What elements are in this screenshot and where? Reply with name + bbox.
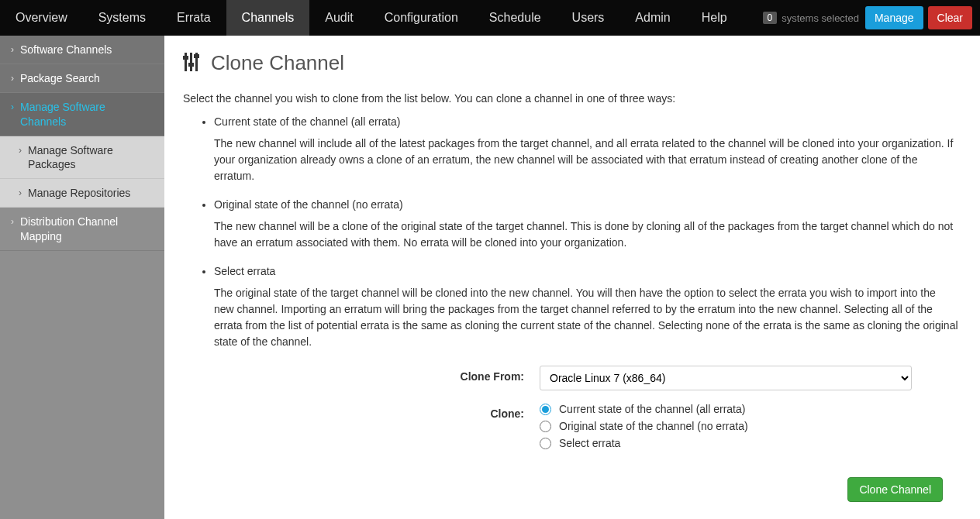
sliders-icon (183, 52, 200, 74)
chevron-right-icon: › (11, 73, 14, 85)
sidebar-item-package-search[interactable]: ›Package Search (0, 64, 164, 93)
chevron-right-icon: › (19, 145, 22, 157)
intro-text: Select the channel you wish to clone fro… (183, 92, 958, 105)
clone-radio-row[interactable]: Select errata (540, 437, 943, 449)
svg-rect-5 (194, 54, 199, 58)
nav-item-users[interactable]: Users (557, 0, 620, 36)
clone-radio-label: Select errata (559, 437, 620, 449)
clone-channel-button[interactable]: Clone Channel (847, 477, 943, 502)
svg-rect-2 (190, 53, 192, 71)
clone-way-title: Current state of the channel (all errata… (214, 115, 958, 128)
nav-item-audit[interactable]: Audit (309, 0, 368, 36)
svg-rect-1 (183, 56, 188, 60)
clone-radio-0[interactable] (540, 404, 551, 415)
chevron-right-icon: › (11, 101, 14, 114)
clone-radio-row[interactable]: Current state of the channel (all errata… (540, 403, 943, 415)
clear-button[interactable]: Clear (928, 6, 972, 29)
clone-from-label: Clone From: (183, 366, 540, 390)
clone-radio-row[interactable]: Original state of the channel (no errata… (540, 420, 943, 432)
sidebar-item-label: Manage Repositories (28, 186, 130, 200)
chevron-right-icon: › (11, 216, 14, 229)
sidebar-item-label: Software Channels (20, 43, 112, 57)
clone-way-desc: The new channel will include all of the … (214, 136, 958, 184)
top-navigation: OverviewSystemsErrataChannelsAuditConfig… (0, 0, 980, 36)
clone-way-desc: The original state of the target channel… (214, 285, 958, 350)
clone-way-title: Original state of the channel (no errata… (214, 198, 958, 211)
systems-selected-label: systems selected (782, 12, 859, 24)
nav-item-admin[interactable]: Admin (619, 0, 685, 36)
clone-way-desc: The new channel will be a clone of the o… (214, 218, 958, 251)
page-title: Clone Channel (211, 51, 344, 75)
chevron-right-icon: › (19, 187, 22, 200)
nav-item-help[interactable]: Help (686, 0, 743, 36)
clone-radio-2[interactable] (540, 438, 551, 449)
nav-item-configuration[interactable]: Configuration (369, 0, 474, 36)
sidebar-item-label: Package Search (20, 71, 100, 85)
clone-way-item: Current state of the channel (all errata… (214, 115, 958, 184)
sidebar: ›Software Channels›Package Search›Manage… (0, 36, 164, 519)
sidebar-item-label: Manage Software Channels (20, 100, 154, 128)
sidebar-item-label: Distribution Channel Mapping (20, 215, 154, 242)
sidebar-item-manage-software-channels[interactable]: ›Manage Software Channels (0, 93, 164, 136)
sidebar-item-distribution-channel-mapping[interactable]: ›Distribution Channel Mapping (0, 208, 164, 250)
systems-count-badge: 0 (763, 12, 778, 24)
clone-form: Clone From: Oracle Linux 7 (x86_64) Clon… (183, 366, 943, 510)
clone-way-item: Original state of the channel (no errata… (214, 198, 958, 251)
sidebar-item-label: Manage Software Packages (28, 143, 154, 171)
svg-rect-3 (188, 63, 194, 67)
nav-item-channels[interactable]: Channels (226, 0, 310, 36)
sidebar-item-manage-repositories[interactable]: ›Manage Repositories (0, 179, 164, 208)
clone-radio-label: Original state of the channel (no errata… (559, 420, 748, 432)
nav-item-overview[interactable]: Overview (0, 0, 83, 36)
clone-way-item: Select errataThe original state of the t… (214, 265, 958, 350)
clone-from-select[interactable]: Oracle Linux 7 (x86_64) (540, 366, 912, 390)
manage-button[interactable]: Manage (865, 6, 923, 29)
nav-item-schedule[interactable]: Schedule (474, 0, 557, 36)
systems-selected: 0 systems selected (759, 0, 863, 36)
clone-ways-list: Current state of the channel (all errata… (214, 115, 958, 350)
sidebar-item-manage-software-packages[interactable]: ›Manage Software Packages (0, 136, 164, 179)
svg-rect-0 (185, 53, 187, 71)
clone-radio-1[interactable] (540, 421, 551, 432)
clone-way-title: Select errata (214, 265, 958, 277)
main-content: Clone Channel Select the channel you wis… (164, 36, 980, 519)
clone-radio-label: Current state of the channel (all errata… (559, 403, 745, 415)
chevron-right-icon: › (11, 44, 14, 57)
nav-item-errata[interactable]: Errata (161, 0, 226, 36)
clone-label: Clone: (183, 403, 540, 454)
sidebar-item-software-channels[interactable]: ›Software Channels (0, 36, 164, 64)
nav-item-systems[interactable]: Systems (83, 0, 161, 36)
